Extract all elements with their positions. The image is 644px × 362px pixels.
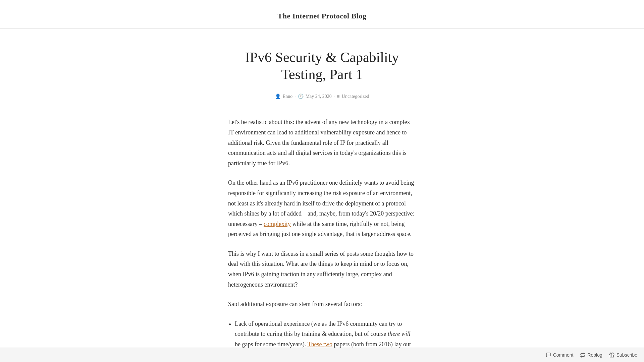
category-icon: ■: [337, 93, 339, 100]
post-author-label: 👤: [275, 93, 281, 100]
comment-label: Comment: [553, 351, 574, 359]
post-author[interactable]: Enno: [283, 93, 293, 100]
site-header: The Internet Protocol Blog: [0, 0, 644, 29]
post-meta: 👤 Enno · 🕐 May 24, 2020 · ■ Uncategorize…: [228, 93, 416, 100]
clock-icon: 🕐: [298, 93, 304, 100]
bullet1-italic: there will: [388, 330, 411, 337]
site-title[interactable]: The Internet Protocol Blog: [7, 10, 637, 22]
comment-icon: [546, 352, 551, 358]
post-body: Let's be realistic about this: the adven…: [228, 117, 416, 362]
meta-separator-1: ·: [294, 93, 296, 100]
post-title: IPv6 Security & Capability Testing, Part…: [228, 49, 416, 83]
paragraph-4: Said additional exposure can stem from s…: [228, 299, 416, 309]
subscribe-label: Subscribe: [616, 351, 637, 359]
main-content: IPv6 Security & Capability Testing, Part…: [221, 49, 423, 362]
reblog-label: Reblog: [587, 351, 602, 359]
paragraph-3: This is why I want to discuss in a small…: [228, 249, 416, 290]
paragraph-1: Let's be realistic about this: the adven…: [228, 117, 416, 168]
paragraph-2: On the other hand as an IPv6 practitione…: [228, 178, 416, 239]
meta-separator-2: ·: [334, 93, 335, 100]
subscribe-action[interactable]: Subscribe: [609, 351, 637, 359]
complexity-link[interactable]: complexity: [264, 221, 291, 227]
post-date: May 24, 2020: [306, 93, 332, 100]
subscribe-icon: [609, 352, 614, 358]
reblog-icon: [580, 352, 585, 358]
these-two-link[interactable]: These two: [308, 341, 332, 348]
comment-action[interactable]: Comment: [546, 351, 574, 359]
reblog-action[interactable]: Reblog: [580, 351, 602, 359]
post-category[interactable]: Uncategorized: [342, 93, 369, 100]
bottom-bar: Comment Reblog Subscribe: [0, 348, 644, 362]
